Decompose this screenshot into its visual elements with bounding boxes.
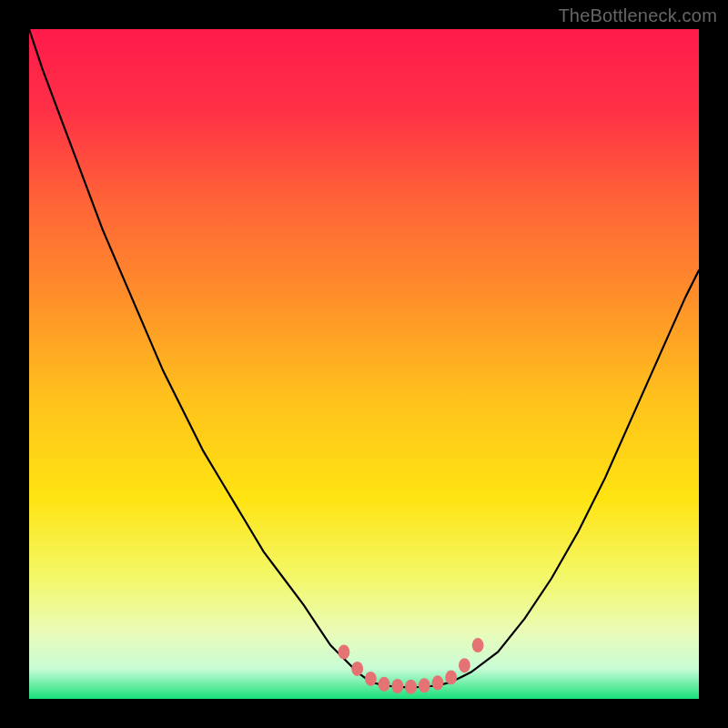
marker-point-5 [405,680,417,694]
marker-point-4 [391,679,403,693]
marker-point-10 [472,638,484,652]
plot-area [29,29,699,699]
marker-point-2 [365,672,377,686]
marker-point-7 [432,675,444,690]
marker-point-6 [419,678,430,693]
watermark-text: TheBottleneck.com [558,5,717,26]
marker-point-1 [351,662,363,676]
chart-svg [29,29,699,699]
gradient-background [29,29,699,699]
marker-point-3 [379,677,390,692]
marker-point-9 [459,658,470,672]
chart-frame: TheBottleneck.com [0,0,728,728]
marker-point-8 [445,670,457,684]
marker-point-0 [339,644,350,659]
